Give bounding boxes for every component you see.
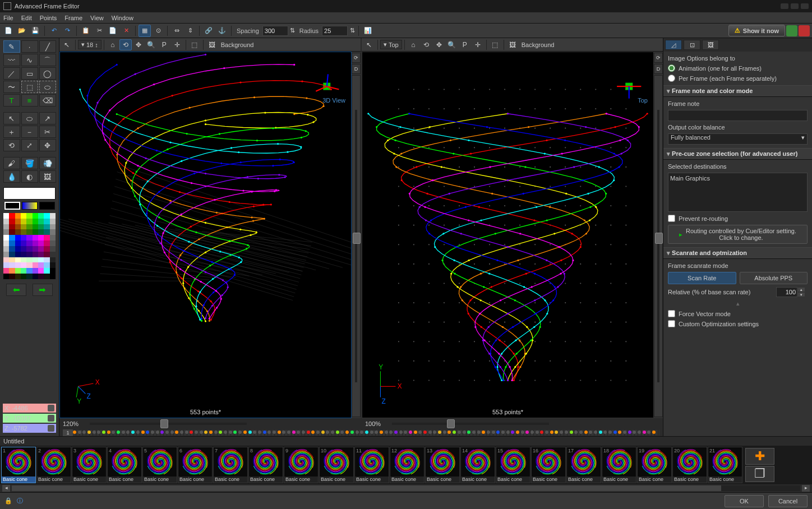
palette-swatch[interactable] [21, 262, 26, 268]
add-point-icon[interactable]: ＋ [3, 126, 20, 138]
vt2-zoom-icon[interactable]: 🔍 [446, 39, 458, 50]
duplicate-frame-button[interactable]: ❐ [745, 466, 774, 483]
palette-swatch[interactable] [21, 268, 26, 274]
palette-mode-2[interactable] [22, 202, 38, 210]
palette-swatch[interactable] [3, 274, 9, 279]
palette-swatch[interactable] [38, 274, 44, 279]
spray-icon[interactable]: 💨 [39, 157, 56, 169]
palette-swatch[interactable] [44, 252, 49, 257]
palette-swatch[interactable] [21, 246, 26, 252]
text-tool-icon[interactable]: T [3, 94, 20, 107]
vt-pointer-icon[interactable]: ↖ [61, 39, 73, 50]
palette-swatch[interactable] [15, 246, 21, 252]
lock-icon[interactable]: 🔒 [4, 497, 12, 505]
ellipse-tool-icon[interactable]: ◯ [39, 67, 56, 80]
palette-swatch[interactable] [38, 213, 44, 219]
palette-swatch[interactable] [21, 213, 26, 219]
palette-swatch[interactable] [38, 268, 44, 274]
rotate-icon[interactable]: ⟲ [3, 139, 20, 151]
cut-icon[interactable]: ✂ [93, 25, 105, 37]
color-palette[interactable] [3, 213, 56, 279]
scroll-right-icon[interactable]: ▸ [802, 485, 810, 492]
palette-swatch[interactable] [33, 235, 38, 240]
palette-swatch[interactable] [15, 240, 21, 246]
next-color-button[interactable]: ➡ [33, 284, 53, 296]
palette-swatch[interactable] [9, 257, 15, 263]
palette-swatch[interactable] [15, 229, 21, 235]
palette-swatch[interactable] [9, 268, 15, 274]
copy-icon[interactable]: 📋 [80, 25, 92, 37]
palette-swatch[interactable] [15, 213, 21, 219]
link-icon[interactable]: 🔗 [202, 25, 215, 37]
pencil-tool-icon[interactable]: ✎ [3, 40, 20, 53]
right-viewport[interactable]: XYZ Top 553 points* [362, 52, 654, 418]
zoom-right-slider[interactable] [392, 423, 549, 425]
palette-swatch[interactable] [9, 224, 15, 230]
palette-swatch[interactable] [38, 229, 44, 235]
palette-swatch[interactable] [50, 213, 56, 219]
palette-swatch[interactable] [33, 224, 38, 230]
vt-home-icon[interactable]: ⌂ [107, 39, 119, 50]
palette-swatch[interactable] [3, 268, 9, 274]
palette-swatch[interactable] [21, 229, 26, 235]
lock-z-icon[interactable] [48, 425, 54, 432]
panel-tab-3[interactable]: 🖼 [702, 40, 719, 50]
maximize-button[interactable] [791, 3, 799, 9]
close-button[interactable] [801, 3, 809, 9]
palette-swatch[interactable] [44, 229, 49, 235]
lock-y-icon[interactable] [48, 415, 54, 422]
colorbalance-select[interactable]: Fully balanced▾ [668, 133, 808, 145]
vt2-center-icon[interactable]: ✛ [472, 39, 484, 50]
palette-swatch[interactable] [50, 240, 56, 246]
point-tool-icon[interactable]: · [21, 40, 38, 53]
hdr-scanrate[interactable]: Scanrate and optmization [663, 247, 812, 259]
frame-thumbnail[interactable]: 4Basic cone [107, 447, 142, 483]
add-frame-button[interactable]: ✚ [745, 448, 774, 465]
frame-thumbnail[interactable]: 21Basic cone [708, 447, 742, 483]
panel-tab-1[interactable]: ◿ [665, 40, 682, 50]
lines-tool-icon[interactable]: ≡ [21, 94, 38, 107]
menu-edit[interactable]: Edit [21, 15, 32, 21]
palette-swatch[interactable] [15, 257, 21, 263]
palette-swatch[interactable] [50, 262, 56, 268]
menu-frame[interactable]: Frame [64, 15, 82, 21]
vt2-home-icon[interactable]: ⌂ [407, 39, 419, 50]
undo-icon[interactable]: ↶ [48, 25, 60, 37]
scroll-left-icon[interactable]: ◂ [2, 485, 10, 492]
vt-p-icon[interactable]: P [158, 39, 170, 50]
prev-color-button[interactable]: ⬅ [6, 284, 26, 296]
remove-point-icon[interactable]: － [21, 126, 38, 138]
left-viewport[interactable]: XYZ 3D View 553 points* [59, 52, 352, 418]
select-ellipse-icon[interactable]: ⬭ [39, 81, 56, 93]
palette-mode-3[interactable] [39, 202, 55, 210]
palette-swatch[interactable] [50, 219, 56, 224]
prevent-reroute-check[interactable]: Prevent re-routing [668, 215, 808, 222]
frame-thumbnail[interactable]: 1Basic cone [1, 447, 36, 483]
palette-swatch[interactable] [26, 268, 32, 274]
delete-icon[interactable]: ✕ [120, 25, 132, 37]
palette-swatch[interactable] [50, 235, 56, 240]
frame-thumbnail[interactable]: 2Basic cone [36, 447, 71, 483]
frame-thumbnail[interactable]: 5Basic cone [142, 447, 177, 483]
framenote-input[interactable] [668, 110, 808, 121]
palette-swatch[interactable] [26, 224, 32, 230]
vt2-pointer-icon[interactable]: ↖ [363, 39, 375, 50]
frame-thumbnail[interactable]: 6Basic cone [178, 447, 213, 483]
force-vector-check[interactable]: Force Vector mode [668, 310, 808, 317]
frame-thumbnail[interactable]: 15Basic cone [496, 447, 530, 483]
bucket-icon[interactable]: 🪣 [21, 157, 38, 169]
hdr-precue[interactable]: Pre-cue zone selection (for advanced use… [663, 148, 812, 160]
palette-swatch[interactable] [50, 224, 56, 230]
palette-swatch[interactable] [3, 229, 9, 235]
vt-crop-icon[interactable]: ⬚ [188, 39, 201, 50]
freehand-tool-icon[interactable]: 〜 [3, 81, 20, 93]
palette-swatch[interactable] [33, 229, 38, 235]
palette-swatch[interactable] [26, 213, 32, 219]
line-tool-icon[interactable]: ╱ [39, 40, 56, 53]
palette-swatch[interactable] [44, 257, 49, 263]
palette-swatch[interactable] [38, 235, 44, 240]
pointer-icon[interactable]: ↖ [3, 112, 20, 124]
palette-swatch[interactable] [3, 257, 9, 263]
palette-swatch[interactable] [3, 219, 9, 224]
menu-points[interactable]: Points [40, 15, 57, 21]
